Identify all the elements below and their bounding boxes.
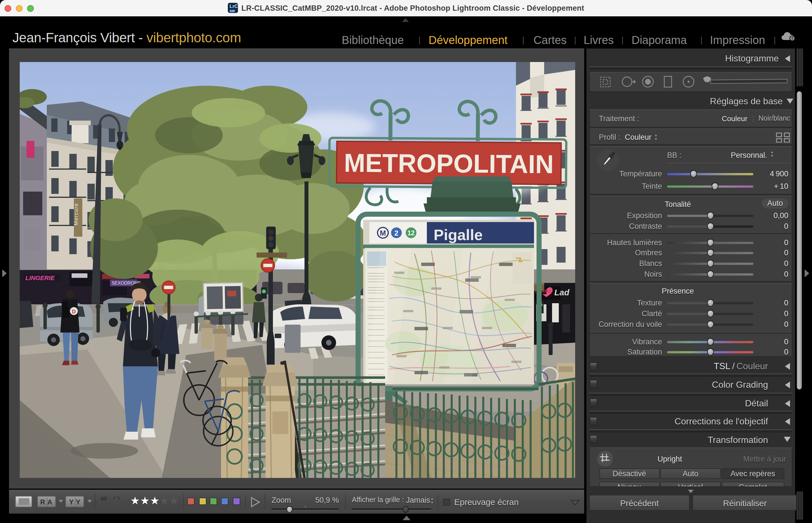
svg-text:Mercure: Mercure	[73, 203, 79, 225]
svg-text:LINGERIE: LINGERIE	[25, 274, 55, 281]
svg-text:M: M	[380, 229, 386, 237]
svg-text:D: D	[72, 308, 76, 314]
svg-text:METROPOLITAIN: METROPOLITAIN	[344, 148, 554, 178]
svg-text:12: 12	[407, 229, 415, 236]
svg-text:2: 2	[394, 229, 399, 237]
svg-text:Lad: Lad	[554, 287, 569, 297]
svg-text:Pigalle: Pigalle	[434, 226, 483, 243]
